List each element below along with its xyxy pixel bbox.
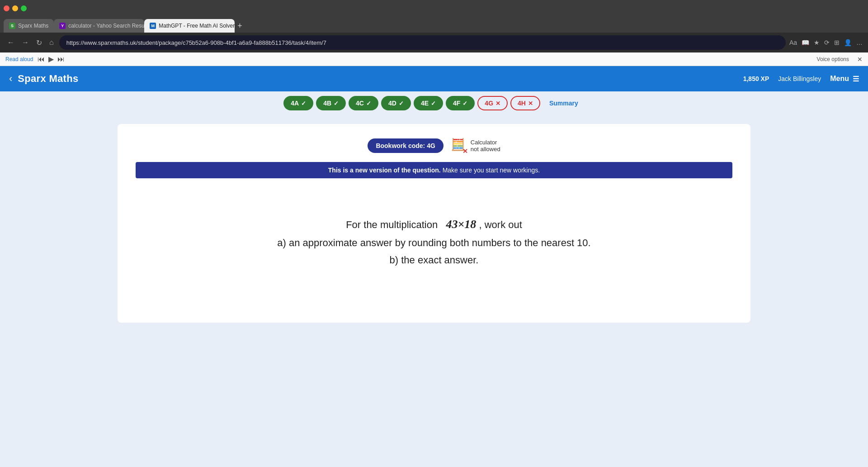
task-tab-4F[interactable]: 4F ✓ <box>446 96 475 110</box>
calculator-not-allowed-icon: ✕ <box>462 148 468 155</box>
home-button[interactable]: ⌂ <box>47 37 56 48</box>
skip-forward-button[interactable]: ⏭ <box>57 55 65 63</box>
tab-4B-label: 4B <box>323 100 331 107</box>
task-tab-4G[interactable]: 4G ✕ <box>477 96 508 110</box>
task-tab-4D[interactable]: 4D ✓ <box>381 96 411 110</box>
calculator-line1: Calculator <box>471 139 500 146</box>
task-tab-4C[interactable]: 4C ✓ <box>349 96 378 110</box>
question-line2: a) an approximate answer by rounding bot… <box>145 234 723 251</box>
check-icon-4A: ✓ <box>301 100 306 107</box>
question-intro: For the multiplication <box>346 219 438 230</box>
close-read-aloud-button[interactable]: ✕ <box>857 56 863 63</box>
reload-button[interactable]: ↻ <box>34 37 44 49</box>
calculator-status-text: Calculator not allowed <box>471 139 500 152</box>
header-right: 1,850 XP Jack Billingsley Menu ☰ <box>743 75 859 83</box>
check-icon-4D: ✓ <box>399 100 404 107</box>
address-input[interactable] <box>59 35 786 50</box>
browser-tab-mathgpt[interactable]: M MathGPT - Free Math AI Solver | ✕ <box>144 19 235 33</box>
browser-tab-sparx[interactable]: S Sparx Maths <box>4 19 54 33</box>
x-icon-4G: ✕ <box>495 100 500 107</box>
tab-4G-label: 4G <box>485 100 493 107</box>
voice-options-button[interactable]: Voice options <box>817 56 849 62</box>
read-aloud-bar: Read aloud ⏮ ▶ ⏭ Voice options ✕ <box>0 52 868 66</box>
task-tab-4E[interactable]: 4E ✓ <box>414 96 443 110</box>
calculator-info: 🧮 ✕ Calculator not allowed <box>451 138 500 154</box>
question-text: For the multiplication 43×18 , work out … <box>145 214 723 268</box>
skip-back-button[interactable]: ⏮ <box>38 55 45 63</box>
xp-display: 1,850 XP <box>743 75 769 82</box>
tabs-bar: S Sparx Maths Y calculator - Yahoo Searc… <box>0 16 868 33</box>
new-version-bold-text: This is a new version of the question. <box>328 167 441 174</box>
back-button[interactable]: ‹ <box>9 73 12 85</box>
close-window-button[interactable] <box>4 5 9 11</box>
reader-view-button[interactable]: 📖 <box>802 39 809 46</box>
tab-summary-label: Summary <box>549 100 578 107</box>
main-content: Bookwork code: 4G 🧮 ✕ Calculator not all… <box>0 115 868 467</box>
yahoo-favicon: Y <box>59 23 66 29</box>
mathgpt-favicon: M <box>150 23 156 29</box>
check-icon-4F: ✓ <box>462 100 467 107</box>
menu-button[interactable]: Menu ☰ <box>830 75 859 83</box>
maximize-window-button[interactable] <box>21 5 27 11</box>
new-version-banner: This is a new version of the question. M… <box>136 162 732 178</box>
x-icon-4H: ✕ <box>528 100 533 107</box>
refresh-button[interactable]: ⟳ <box>824 39 830 46</box>
math-expression: 43×18 <box>446 218 476 231</box>
tab-4A-label: 4A <box>291 100 299 107</box>
bookwork-badge: Bookwork code: 4G <box>368 138 443 153</box>
address-bar-row: ← → ↻ ⌂ Aa 📖 ★ ⟳ ⊞ 👤 … <box>0 33 868 52</box>
more-options-button[interactable]: … <box>856 39 863 46</box>
minimize-window-button[interactable] <box>12 5 18 11</box>
app-logo: Sparx Maths <box>18 73 78 85</box>
task-tab-4H[interactable]: 4H ✕ <box>510 96 540 110</box>
hamburger-icon: ☰ <box>853 75 859 83</box>
tab-4H-label: 4H <box>518 100 526 107</box>
translate-button[interactable]: Aa <box>789 39 797 46</box>
task-tab-summary[interactable]: Summary <box>543 97 585 110</box>
task-tabs: 4A ✓ 4B ✓ 4C ✓ 4D ✓ 4E ✓ 4F ✓ 4G ✕ 4H ✕ … <box>0 91 868 115</box>
browser-titlebar <box>0 0 868 16</box>
question-line1: For the multiplication 43×18 , work out <box>145 214 723 234</box>
task-tab-4A[interactable]: 4A ✓ <box>283 96 313 110</box>
task-tab-4B[interactable]: 4B ✓ <box>316 96 346 110</box>
question-card: Bookwork code: 4G 🧮 ✕ Calculator not all… <box>118 124 750 323</box>
browser-action-buttons: Aa 📖 ★ ⟳ ⊞ 👤 … <box>789 39 863 46</box>
tab-4F-label: 4F <box>453 100 460 107</box>
new-version-rest-text: Make sure you start new workings. <box>443 167 540 174</box>
play-button[interactable]: ▶ <box>48 55 54 63</box>
question-intro-end: , work out <box>479 219 522 230</box>
tab-4C-label: 4C <box>356 100 364 107</box>
playback-controls: ⏮ ▶ ⏭ <box>38 55 65 63</box>
calculator-line2: not allowed <box>471 146 500 152</box>
new-tab-button[interactable]: + <box>235 19 245 33</box>
check-icon-4E: ✓ <box>431 100 436 107</box>
tab-label-sparx: Sparx Maths <box>18 23 48 29</box>
browser-chrome: S Sparx Maths Y calculator - Yahoo Searc… <box>0 0 868 66</box>
calculator-icon-box: 🧮 ✕ <box>451 138 467 154</box>
check-icon-4B: ✓ <box>334 100 339 107</box>
tab-label-calculator: calculator - Yahoo Search Results <box>68 23 144 29</box>
tab-4E-label: 4E <box>421 100 429 107</box>
question-line3: b) the exact answer. <box>145 252 723 268</box>
read-aloud-button[interactable]: Read aloud <box>5 56 33 62</box>
forward-navigation-button[interactable]: → <box>20 37 31 48</box>
user-name-display: Jack Billingsley <box>778 75 821 82</box>
browser-tab-calculator[interactable]: Y calculator - Yahoo Search Results ✕ <box>54 19 144 33</box>
question-header: Bookwork code: 4G 🧮 ✕ Calculator not all… <box>136 138 732 154</box>
question-body: For the multiplication 43×18 , work out … <box>136 187 732 305</box>
window-controls <box>4 5 27 11</box>
tab-label-mathgpt: MathGPT - Free Math AI Solver | <box>159 23 235 29</box>
tab-4D-label: 4D <box>388 100 396 107</box>
profile-button[interactable]: 👤 <box>844 39 852 46</box>
check-icon-4C: ✓ <box>366 100 371 107</box>
favorites-button[interactable]: ★ <box>814 39 820 46</box>
app-header: ‹ Sparx Maths 1,850 XP Jack Billingsley … <box>0 66 868 91</box>
back-navigation-button[interactable]: ← <box>5 37 16 48</box>
extensions-button[interactable]: ⊞ <box>834 39 840 46</box>
sparx-favicon: S <box>9 23 15 29</box>
